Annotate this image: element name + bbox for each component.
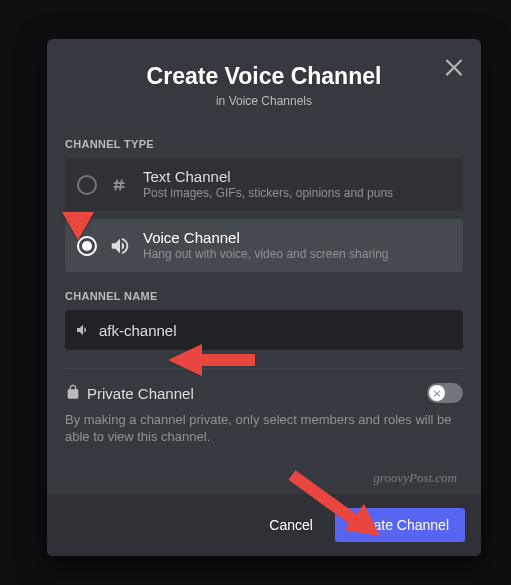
modal-title: Create Voice Channel (65, 63, 463, 90)
voice-channel-text: Voice Channel Hang out with voice, video… (143, 229, 388, 262)
text-channel-text: Text Channel Post images, GIFs, stickers… (143, 168, 393, 201)
create-channel-modal: Create Voice Channel in Voice Channels C… (47, 39, 481, 556)
private-channel-row: Private Channel (65, 383, 463, 403)
speaker-icon (109, 235, 131, 257)
modal-footer: Cancel Create Channel (47, 494, 481, 556)
modal-header: Create Voice Channel in Voice Channels (47, 39, 481, 116)
text-channel-title: Text Channel (143, 168, 393, 186)
hash-icon (109, 174, 131, 196)
create-channel-button[interactable]: Create Channel (335, 508, 465, 542)
modal-subtitle: in Voice Channels (65, 94, 463, 108)
lock-icon (65, 384, 81, 403)
private-channel-label: Private Channel (65, 384, 194, 403)
private-channel-desc: By making a channel private, only select… (65, 411, 463, 445)
close-button[interactable] (441, 53, 467, 79)
close-icon (441, 53, 467, 79)
divider (65, 368, 463, 369)
speaker-small-icon (75, 322, 91, 338)
radio-voice-selected (82, 241, 92, 251)
radio-voice (77, 236, 97, 256)
private-toggle[interactable] (427, 383, 463, 403)
channel-type-label: CHANNEL TYPE (65, 138, 463, 150)
channel-name-label: CHANNEL NAME (65, 290, 463, 302)
watermark: groovyPost.com (373, 470, 457, 486)
radio-text (77, 175, 97, 195)
private-label-text: Private Channel (87, 385, 194, 402)
channel-name-input[interactable] (99, 322, 453, 339)
voice-channel-desc: Hang out with voice, video and screen sh… (143, 247, 388, 262)
text-channel-desc: Post images, GIFs, stickers, opinions an… (143, 186, 393, 201)
toggle-knob (429, 385, 445, 401)
cancel-button[interactable]: Cancel (253, 508, 329, 542)
modal-body: CHANNEL TYPE Text Channel Post images, G… (47, 116, 481, 494)
channel-type-voice[interactable]: Voice Channel Hang out with voice, video… (65, 219, 463, 272)
channel-name-field[interactable] (65, 310, 463, 350)
voice-channel-title: Voice Channel (143, 229, 388, 247)
channel-type-text[interactable]: Text Channel Post images, GIFs, stickers… (65, 158, 463, 211)
